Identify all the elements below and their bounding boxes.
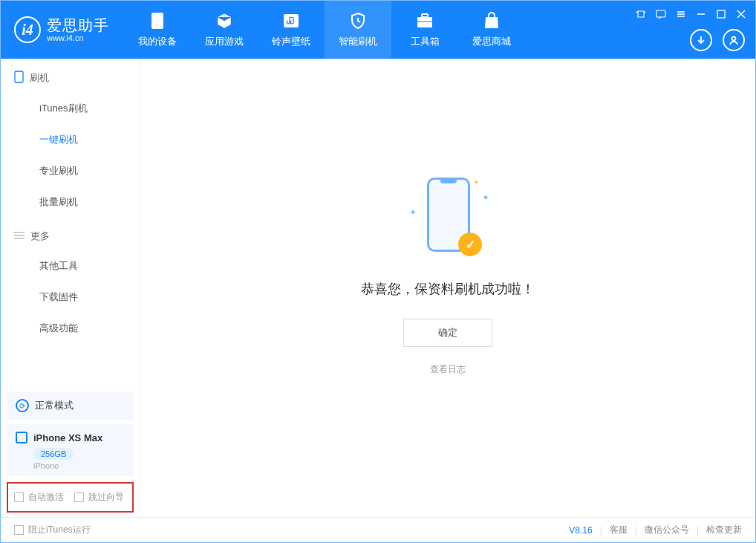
success-message: 恭喜您，保资料刷机成功啦！ [361, 280, 535, 298]
checkbox-label: 阻止iTunes运行 [28, 524, 91, 536]
mode-icon: ⟳ [16, 399, 29, 412]
tab-label: 铃声壁纸 [272, 35, 310, 48]
logo-icon: i4 [14, 16, 41, 43]
briefcase-icon [415, 11, 434, 30]
svg-rect-14 [15, 71, 23, 82]
version-label: V8.16 [569, 525, 592, 536]
svg-rect-0 [151, 13, 163, 29]
flash-options-row: 自动激活 跳过向导 [7, 482, 134, 513]
footer-link-update[interactable]: 检查更新 [706, 524, 742, 536]
skin-icon[interactable] [635, 8, 646, 19]
minimize-button[interactable] [695, 8, 706, 19]
check-badge-icon: ✓ [458, 233, 482, 256]
sidebar-item-onekey-flash[interactable]: 一键刷机 [1, 124, 140, 155]
svg-rect-2 [417, 17, 432, 27]
svg-rect-3 [422, 14, 428, 17]
menu-icon[interactable] [675, 8, 686, 19]
sparkle-icon: ✦ [409, 207, 417, 218]
device-name: iPhone XS Max [33, 432, 102, 443]
mode-label: 正常模式 [35, 399, 74, 412]
feedback-icon[interactable] [655, 8, 666, 19]
section-header-flash: 刷机 [1, 59, 140, 93]
music-folder-icon [281, 11, 301, 30]
sidebar-item-batch-flash[interactable]: 批量刷机 [1, 186, 140, 218]
tab-label: 智能刷机 [339, 35, 377, 48]
tab-apps-games[interactable]: 应用游戏 [191, 1, 258, 59]
bag-icon [482, 11, 501, 30]
phone-outline-icon [14, 71, 24, 85]
app-url: www.i4.cn [47, 33, 109, 42]
user-button[interactable] [723, 29, 745, 51]
mode-card[interactable]: ⟳ 正常模式 [7, 391, 134, 420]
device-type: iPhone [33, 461, 125, 470]
tab-smart-flash[interactable]: 智能刷机 [325, 1, 391, 59]
cube-icon [215, 11, 234, 30]
ok-button[interactable]: 确定 [403, 319, 492, 347]
maximize-button[interactable] [715, 8, 726, 19]
view-log-link[interactable]: 查看日志 [430, 363, 466, 376]
checkbox-label: 跳过向导 [88, 491, 124, 504]
section-title: 更多 [30, 230, 50, 243]
section-header-more: 更多 [1, 218, 140, 250]
tab-ringtones[interactable]: 铃声壁纸 [258, 1, 325, 59]
sparkle-icon: ✦ [482, 192, 489, 203]
sidebar-item-download-firmware[interactable]: 下载固件 [1, 282, 140, 313]
device-storage: 256GB [33, 448, 74, 460]
section-title: 刷机 [30, 71, 49, 85]
sparkle-icon: ✦ [474, 179, 479, 186]
sidebar-item-pro-flash[interactable]: 专业刷机 [1, 155, 140, 186]
svg-point-13 [732, 37, 736, 41]
tab-label: 应用游戏 [205, 35, 244, 48]
download-button[interactable] [690, 29, 712, 51]
sidebar: 刷机 iTunes刷机 一键刷机 专业刷机 批量刷机 更多 其他工具 下载固件 … [1, 59, 140, 517]
checkbox-icon [14, 492, 24, 502]
checkbox-icon [74, 492, 84, 502]
tab-store[interactable]: 爱思商城 [458, 1, 525, 59]
tab-label: 工具箱 [411, 35, 440, 48]
sidebar-item-other-tools[interactable]: 其他工具 [1, 250, 140, 282]
checkbox-icon [14, 525, 24, 535]
close-button[interactable] [735, 8, 746, 19]
tab-toolbox[interactable]: 工具箱 [391, 1, 458, 59]
tab-my-device[interactable]: 我的设备 [124, 1, 191, 59]
svg-rect-5 [656, 10, 665, 17]
device-card[interactable]: iPhone XS Max 256GB iPhone [7, 424, 134, 476]
checkbox-auto-activate[interactable]: 自动激活 [14, 491, 64, 504]
shield-icon [348, 11, 368, 30]
app-title: 爱思助手 [47, 17, 109, 33]
footer-link-support[interactable]: 客服 [610, 524, 628, 536]
list-icon [14, 231, 25, 242]
checkbox-label: 自动激活 [28, 491, 64, 504]
window-controls [635, 8, 746, 19]
checkbox-block-itunes[interactable]: 阻止iTunes运行 [14, 524, 91, 536]
header-right [690, 29, 745, 51]
sidebar-item-advanced[interactable]: 高级功能 [1, 313, 140, 344]
checkbox-skip-wizard[interactable]: 跳过向导 [74, 491, 124, 504]
device-icon [16, 432, 27, 443]
phone-icon [148, 11, 167, 30]
tab-label: 爱思商城 [472, 35, 511, 48]
header-bar: i4 爱思助手 www.i4.cn 我的设备 应用游戏 铃声壁纸 智能刷机 工具… [1, 1, 755, 59]
logo[interactable]: i4 爱思助手 www.i4.cn [14, 16, 109, 43]
main-content: ✦ ✦ ✦ ✓ 恭喜您，保资料刷机成功啦！ 确定 查看日志 [140, 59, 755, 517]
svg-rect-10 [717, 10, 725, 18]
sidebar-item-itunes-flash[interactable]: iTunes刷机 [1, 93, 140, 124]
nav-tabs: 我的设备 应用游戏 铃声壁纸 智能刷机 工具箱 爱思商城 [124, 1, 525, 59]
success-illustration: ✦ ✦ ✦ ✓ [403, 170, 492, 267]
footer-link-wechat[interactable]: 微信公众号 [645, 524, 689, 536]
tab-label: 我的设备 [138, 35, 177, 48]
footer-bar: 阻止iTunes运行 V8.16 | 客服 | 微信公众号 | 检查更新 [1, 517, 755, 542]
